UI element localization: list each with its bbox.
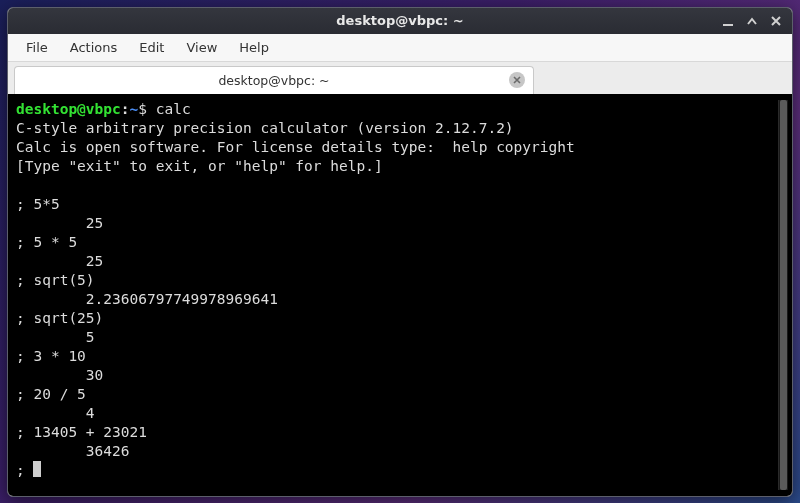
menubar: File Actions Edit View Help bbox=[8, 34, 792, 62]
window-title: desktop@vbpc: ~ bbox=[336, 13, 463, 28]
svg-rect-0 bbox=[723, 24, 733, 26]
titlebar[interactable]: desktop@vbpc: ~ bbox=[8, 8, 792, 34]
menu-help[interactable]: Help bbox=[229, 36, 279, 59]
maximize-button[interactable] bbox=[746, 15, 762, 27]
scrollbar-thumb[interactable] bbox=[780, 100, 787, 490]
menu-view[interactable]: View bbox=[176, 36, 227, 59]
terminal-scrollbar[interactable] bbox=[778, 100, 788, 490]
close-button[interactable] bbox=[770, 15, 786, 27]
terminal-area[interactable]: desktop@vbpc:~$ calc C-style arbitrary p… bbox=[8, 94, 792, 496]
menu-actions[interactable]: Actions bbox=[60, 36, 128, 59]
tab-title: desktop@vbpc: ~ bbox=[218, 73, 329, 88]
cursor bbox=[33, 461, 41, 477]
tab-close-button[interactable] bbox=[509, 72, 525, 88]
window-controls bbox=[722, 8, 786, 34]
menu-edit[interactable]: Edit bbox=[129, 36, 174, 59]
terminal-window: desktop@vbpc: ~ File Actions Edit View H… bbox=[7, 7, 793, 497]
tab-terminal-1[interactable]: desktop@vbpc: ~ bbox=[14, 66, 534, 94]
tabbar: desktop@vbpc: ~ bbox=[8, 62, 792, 94]
minimize-button[interactable] bbox=[722, 15, 738, 27]
menu-file[interactable]: File bbox=[16, 36, 58, 59]
terminal-output[interactable]: desktop@vbpc:~$ calc C-style arbitrary p… bbox=[16, 100, 778, 490]
